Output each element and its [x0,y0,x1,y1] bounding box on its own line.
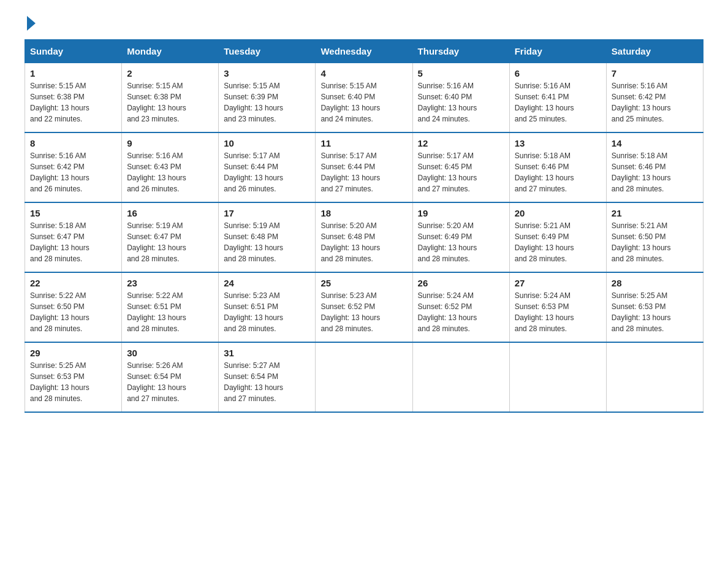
day-info: Sunrise: 5:16 AMSunset: 6:41 PMDaylight:… [515,82,574,123]
calendar-cell: 13 Sunrise: 5:18 AMSunset: 6:46 PMDaylig… [509,132,606,202]
calendar-cell: 15 Sunrise: 5:18 AMSunset: 6:47 PMDaylig… [25,202,122,272]
day-number: 17 [224,208,310,218]
calendar-cell: 7 Sunrise: 5:16 AMSunset: 6:42 PMDayligh… [606,63,703,133]
calendar-cell: 22 Sunrise: 5:22 AMSunset: 6:50 PMDaylig… [25,272,122,342]
calendar-cell: 23 Sunrise: 5:22 AMSunset: 6:51 PMDaylig… [122,272,219,342]
day-number: 7 [612,68,698,79]
logo-arrow-icon [27,16,36,31]
calendar-cell: 3 Sunrise: 5:15 AMSunset: 6:39 PMDayligh… [219,63,316,133]
calendar-cell: 21 Sunrise: 5:21 AMSunset: 6:50 PMDaylig… [606,202,703,272]
header-friday: Friday [509,40,606,63]
day-number: 10 [224,138,310,148]
calendar-cell: 20 Sunrise: 5:21 AMSunset: 6:49 PMDaylig… [509,202,606,272]
day-number: 25 [320,278,407,288]
day-info: Sunrise: 5:16 AMSunset: 6:42 PMDaylight:… [30,151,89,193]
day-number: 31 [224,348,310,358]
day-info: Sunrise: 5:17 AMSunset: 6:44 PMDaylight:… [320,151,380,193]
day-info: Sunrise: 5:23 AMSunset: 6:51 PMDaylight:… [224,291,283,333]
calendar-cell: 16 Sunrise: 5:19 AMSunset: 6:47 PMDaylig… [122,202,219,272]
day-number: 9 [127,138,213,148]
calendar-cell: 10 Sunrise: 5:17 AMSunset: 6:44 PMDaylig… [219,132,316,202]
day-number: 1 [30,68,116,79]
day-number: 14 [612,138,698,148]
calendar-cell [509,342,606,412]
day-number: 6 [515,68,601,79]
calendar-cell: 6 Sunrise: 5:16 AMSunset: 6:41 PMDayligh… [509,63,606,133]
day-number: 5 [418,68,504,79]
calendar-cell: 8 Sunrise: 5:16 AMSunset: 6:42 PMDayligh… [25,132,122,202]
calendar-cell: 27 Sunrise: 5:24 AMSunset: 6:53 PMDaylig… [509,272,606,342]
day-info: Sunrise: 5:18 AMSunset: 6:47 PMDaylight:… [30,221,89,263]
day-info: Sunrise: 5:18 AMSunset: 6:46 PMDaylight:… [612,151,671,193]
day-number: 11 [320,138,407,148]
day-info: Sunrise: 5:20 AMSunset: 6:48 PMDaylight:… [320,221,380,263]
calendar-header-row: SundayMondayTuesdayWednesdayThursdayFrid… [25,40,703,63]
week-row-5: 29 Sunrise: 5:25 AMSunset: 6:53 PMDaylig… [25,342,703,412]
calendar-cell: 1 Sunrise: 5:15 AMSunset: 6:38 PMDayligh… [25,63,122,133]
day-info: Sunrise: 5:16 AMSunset: 6:42 PMDaylight:… [612,82,671,123]
day-info: Sunrise: 5:15 AMSunset: 6:38 PMDaylight:… [127,82,186,123]
day-number: 30 [127,348,213,358]
day-info: Sunrise: 5:25 AMSunset: 6:53 PMDaylight:… [612,291,671,333]
day-number: 12 [418,138,504,148]
calendar-cell: 9 Sunrise: 5:16 AMSunset: 6:43 PMDayligh… [122,132,219,202]
calendar-cell: 17 Sunrise: 5:19 AMSunset: 6:48 PMDaylig… [219,202,316,272]
header-saturday: Saturday [606,40,703,63]
calendar-cell: 2 Sunrise: 5:15 AMSunset: 6:38 PMDayligh… [122,63,219,133]
calendar-cell: 5 Sunrise: 5:16 AMSunset: 6:40 PMDayligh… [412,63,509,133]
day-info: Sunrise: 5:17 AMSunset: 6:45 PMDaylight:… [418,151,477,193]
day-number: 4 [320,68,407,79]
day-number: 15 [30,208,116,218]
calendar-cell: 11 Sunrise: 5:17 AMSunset: 6:44 PMDaylig… [316,132,412,202]
day-number: 18 [320,208,407,218]
day-number: 26 [418,278,504,288]
day-info: Sunrise: 5:15 AMSunset: 6:39 PMDaylight:… [224,82,283,123]
day-info: Sunrise: 5:22 AMSunset: 6:50 PMDaylight:… [30,291,89,333]
day-info: Sunrise: 5:19 AMSunset: 6:47 PMDaylight:… [127,221,186,263]
day-info: Sunrise: 5:18 AMSunset: 6:46 PMDaylight:… [515,151,574,193]
day-info: Sunrise: 5:17 AMSunset: 6:44 PMDaylight:… [224,151,283,193]
calendar-cell: 14 Sunrise: 5:18 AMSunset: 6:46 PMDaylig… [606,132,703,202]
calendar-cell: 25 Sunrise: 5:23 AMSunset: 6:52 PMDaylig… [316,272,412,342]
day-info: Sunrise: 5:22 AMSunset: 6:51 PMDaylight:… [127,291,186,333]
day-number: 28 [612,278,698,288]
calendar-cell: 4 Sunrise: 5:15 AMSunset: 6:40 PMDayligh… [316,63,412,133]
day-info: Sunrise: 5:25 AMSunset: 6:53 PMDaylight:… [30,361,89,403]
day-number: 21 [612,208,698,218]
day-number: 2 [127,68,213,79]
header-sunday: Sunday [25,40,122,63]
header-tuesday: Tuesday [219,40,316,63]
day-info: Sunrise: 5:21 AMSunset: 6:49 PMDaylight:… [515,221,574,263]
day-info: Sunrise: 5:24 AMSunset: 6:52 PMDaylight:… [418,291,477,333]
day-info: Sunrise: 5:16 AMSunset: 6:40 PMDaylight:… [418,82,477,123]
header-monday: Monday [122,40,219,63]
day-number: 29 [30,348,116,358]
day-info: Sunrise: 5:27 AMSunset: 6:54 PMDaylight:… [224,361,283,403]
day-number: 24 [224,278,310,288]
day-info: Sunrise: 5:19 AMSunset: 6:48 PMDaylight:… [224,221,283,263]
day-number: 3 [224,68,310,79]
logo [25,18,36,27]
day-number: 19 [418,208,504,218]
week-row-2: 8 Sunrise: 5:16 AMSunset: 6:42 PMDayligh… [25,132,703,202]
day-info: Sunrise: 5:15 AMSunset: 6:38 PMDaylight:… [30,82,89,123]
day-number: 22 [30,278,116,288]
day-info: Sunrise: 5:26 AMSunset: 6:54 PMDaylight:… [127,361,186,403]
day-number: 20 [515,208,601,218]
week-row-1: 1 Sunrise: 5:15 AMSunset: 6:38 PMDayligh… [25,63,703,133]
calendar-cell: 30 Sunrise: 5:26 AMSunset: 6:54 PMDaylig… [122,342,219,412]
week-row-4: 22 Sunrise: 5:22 AMSunset: 6:50 PMDaylig… [25,272,703,342]
day-number: 8 [30,138,116,148]
day-info: Sunrise: 5:24 AMSunset: 6:53 PMDaylight:… [515,291,574,333]
day-info: Sunrise: 5:16 AMSunset: 6:43 PMDaylight:… [127,151,186,193]
calendar-cell: 19 Sunrise: 5:20 AMSunset: 6:49 PMDaylig… [412,202,509,272]
calendar-cell: 31 Sunrise: 5:27 AMSunset: 6:54 PMDaylig… [219,342,316,412]
calendar-cell: 29 Sunrise: 5:25 AMSunset: 6:53 PMDaylig… [25,342,122,412]
day-info: Sunrise: 5:23 AMSunset: 6:52 PMDaylight:… [320,291,380,333]
day-number: 16 [127,208,213,218]
header-thursday: Thursday [412,40,509,63]
day-info: Sunrise: 5:21 AMSunset: 6:50 PMDaylight:… [612,221,671,263]
day-number: 27 [515,278,601,288]
calendar-cell [316,342,412,412]
week-row-3: 15 Sunrise: 5:18 AMSunset: 6:47 PMDaylig… [25,202,703,272]
